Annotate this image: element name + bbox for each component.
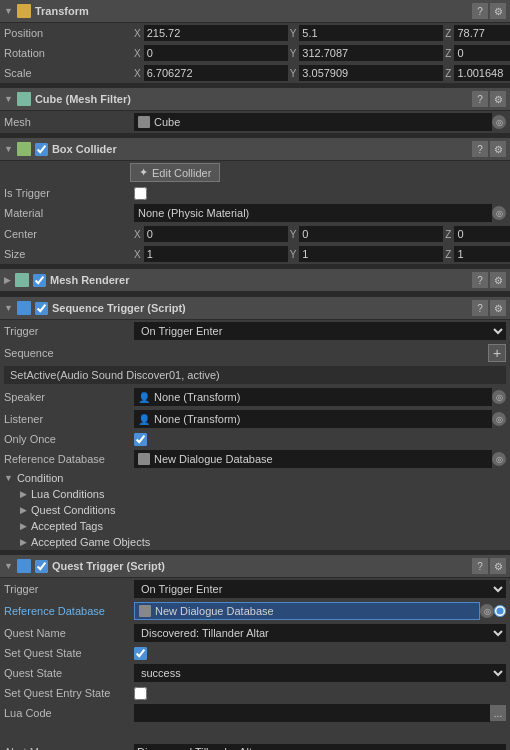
mesh-filter-gear-btn[interactable]: ⚙ (490, 91, 506, 107)
quest-trigger-dropdown[interactable]: On Trigger Enter (134, 580, 506, 598)
sequence-trigger-enabled[interactable] (35, 302, 48, 315)
lua-code-field[interactable] (134, 704, 490, 722)
scale-x[interactable] (144, 65, 288, 81)
quest-reference-db-row: Reference Database New Dialogue Database… (0, 600, 510, 622)
transform-header-icons: ? ⚙ (472, 3, 506, 19)
sequence-trigger-doc-btn[interactable]: ? (472, 300, 488, 316)
speaker-select-btn[interactable]: ◎ (492, 390, 506, 404)
size-row: Size X Y Z (0, 244, 510, 264)
listener-asset-ref: 👤 None (Transform) (134, 410, 492, 428)
mesh-select-btn[interactable]: ◎ (492, 115, 506, 129)
seq-trigger-dropdown[interactable]: On Trigger Enter (134, 322, 506, 340)
box-collider-gear-btn[interactable]: ⚙ (490, 141, 506, 157)
seq-trigger-row: Trigger On Trigger Enter (0, 320, 510, 342)
speaker-person-icon: 👤 (138, 392, 150, 403)
quest-trigger-gear-btn[interactable]: ⚙ (490, 558, 506, 574)
size-z[interactable] (454, 246, 510, 262)
mesh-filter-doc-btn[interactable]: ? (472, 91, 488, 107)
mesh-row: Mesh Cube ◎ (0, 111, 510, 133)
set-quest-state-checkbox[interactable] (134, 647, 147, 660)
mesh-value: Cube (154, 116, 180, 128)
material-row: Material None (Physic Material) ◎ (0, 202, 510, 224)
only-once-checkbox[interactable] (134, 433, 147, 446)
quest-state-row: Quest State success (0, 662, 510, 684)
center-z[interactable] (454, 226, 510, 242)
mesh-filter-arrow[interactable]: ▼ (4, 94, 13, 104)
mesh-renderer-header-icons: ? ⚙ (472, 272, 506, 288)
mesh-renderer-enabled[interactable] (33, 274, 46, 287)
sequence-row-outer: Sequence + (0, 342, 510, 364)
transform-header: ▼ Transform ? ⚙ (0, 0, 510, 23)
set-quest-state-label: Set Quest State (4, 647, 134, 659)
set-quest-state-row: Set Quest State (0, 644, 510, 662)
edit-collider-btn[interactable]: ✦ Edit Collider (130, 163, 220, 182)
quest-conditions-label: Quest Conditions (31, 504, 115, 516)
quest-ref-radio[interactable] (494, 605, 506, 617)
mesh-renderer-doc-btn[interactable]: ? (472, 272, 488, 288)
quest-trigger-row: Trigger On Trigger Enter (0, 578, 510, 600)
accepted-game-objects-foldout[interactable]: ▶ Accepted Game Objects (16, 534, 510, 550)
edit-collider-row: ✦ Edit Collider (0, 161, 510, 184)
lua-code-btn[interactable]: ... (490, 705, 506, 721)
mesh-filter-header: ▼ Cube (Mesh Filter) ? ⚙ (0, 88, 510, 111)
box-collider-doc-btn[interactable]: ? (472, 141, 488, 157)
position-x[interactable] (144, 25, 288, 41)
center-row: Center X Y Z (0, 224, 510, 244)
mesh-filter-title: Cube (Mesh Filter) (35, 93, 468, 105)
box-collider-enabled[interactable] (35, 143, 48, 156)
quest-trigger-enabled[interactable] (35, 560, 48, 573)
position-z[interactable] (454, 25, 510, 41)
listener-select-btn[interactable]: ◎ (492, 412, 506, 426)
quest-state-dropdown[interactable]: success (134, 664, 506, 682)
sequence-add-btn[interactable]: + (488, 344, 506, 362)
condition-foldout[interactable]: ▼ Condition (0, 470, 510, 486)
reference-db-row: Reference Database New Dialogue Database… (0, 448, 510, 470)
alert-message-input[interactable] (134, 744, 506, 750)
size-values: X Y Z (134, 246, 510, 262)
scale-y[interactable] (299, 65, 443, 81)
center-x[interactable] (144, 226, 288, 242)
quest-conditions-foldout[interactable]: ▶ Quest Conditions (16, 502, 510, 518)
sequence-value-row: SetActive(Audio Sound Discover01, active… (4, 366, 506, 384)
sequence-trigger-gear-btn[interactable]: ⚙ (490, 300, 506, 316)
position-y[interactable] (299, 25, 443, 41)
quest-name-dropdown[interactable]: Discovered: Tillander Altar (134, 624, 506, 642)
sequence-trigger-arrow[interactable]: ▼ (4, 303, 13, 313)
mesh-filter-icon (17, 92, 31, 106)
size-label: Size (4, 248, 134, 260)
rotation-x[interactable] (144, 45, 288, 61)
rotation-values: X Y Z (134, 45, 510, 61)
reference-db-select-btn[interactable]: ◎ (492, 452, 506, 466)
is-trigger-checkbox[interactable] (134, 187, 147, 200)
condition-arrow: ▼ (4, 473, 13, 483)
only-once-row: Only Once (0, 430, 510, 448)
center-y[interactable] (299, 226, 443, 242)
box-collider-arrow[interactable]: ▼ (4, 144, 13, 154)
lua-code-row: Lua Code ... (0, 702, 510, 724)
transform-doc-btn[interactable]: ? (472, 3, 488, 19)
quest-trigger-header: ▼ Quest Trigger (Script) ? ⚙ (0, 555, 510, 578)
mesh-renderer-arrow[interactable]: ▶ (4, 275, 11, 285)
transform-arrow[interactable]: ▼ (4, 6, 13, 16)
lua-conditions-foldout[interactable]: ▶ Lua Conditions (16, 486, 510, 502)
set-quest-entry-state-checkbox[interactable] (134, 687, 147, 700)
size-y[interactable] (299, 246, 443, 262)
sequence-trigger-title: Sequence Trigger (Script) (52, 302, 468, 314)
reference-db-asset-ref: New Dialogue Database (134, 450, 492, 468)
size-x[interactable] (144, 246, 288, 262)
transform-gear-btn[interactable]: ⚙ (490, 3, 506, 19)
position-row: Position X Y Z (0, 23, 510, 43)
accepted-tags-foldout[interactable]: ▶ Accepted Tags (16, 518, 510, 534)
scale-z[interactable] (454, 65, 510, 81)
quest-ref-circle-btn[interactable]: ◎ (480, 604, 494, 618)
quest-trigger-header-icons: ? ⚙ (472, 558, 506, 574)
rotation-z[interactable] (454, 45, 510, 61)
mesh-renderer-gear-btn[interactable]: ⚙ (490, 272, 506, 288)
quest-trigger-doc-btn[interactable]: ? (472, 558, 488, 574)
rotation-y[interactable] (299, 45, 443, 61)
is-trigger-row: Is Trigger (0, 184, 510, 202)
quest-trigger-arrow[interactable]: ▼ (4, 561, 13, 571)
transform-icon (17, 4, 31, 18)
quest-reference-db-label[interactable]: Reference Database (4, 605, 134, 617)
material-select-btn[interactable]: ◎ (492, 206, 506, 220)
